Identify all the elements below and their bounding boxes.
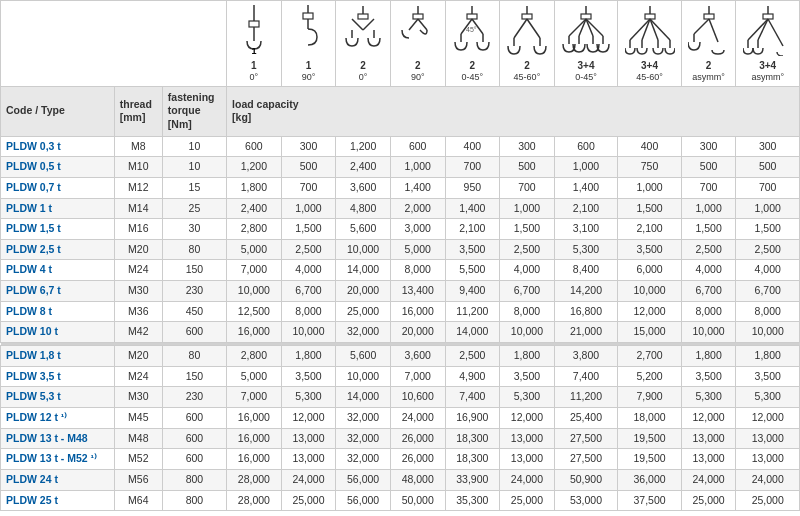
table-cell: M36 <box>114 301 162 322</box>
table-cell: 10,000 <box>618 281 682 302</box>
table-cell: 1,800 <box>227 177 282 198</box>
table-cell: 1,500 <box>618 198 682 219</box>
table-cell: 2,800 <box>227 346 282 367</box>
table-cell: 1,800 <box>281 346 336 367</box>
table-cell: 25,000 <box>681 490 736 511</box>
table-cell: M12 <box>114 177 162 198</box>
table-cell: 25,000 <box>500 490 555 511</box>
table-cell: 18,300 <box>445 428 500 449</box>
table-cell: 16,000 <box>227 428 282 449</box>
table-cell: 16,000 <box>390 301 445 322</box>
table-cell: 1,000 <box>281 198 336 219</box>
table-cell: PLDW 13 t - M52 ¹⁾ <box>1 449 115 470</box>
table-cell: 32,000 <box>336 449 391 470</box>
table-cell: 2,000 <box>390 198 445 219</box>
table-cell: M56 <box>114 469 162 490</box>
svg-line-46 <box>650 19 670 40</box>
table-cell: 35,300 <box>445 490 500 511</box>
table-cell: M30 <box>114 281 162 302</box>
table-cell: 5,600 <box>336 346 391 367</box>
table-cell: 7,000 <box>390 366 445 387</box>
table-cell: 1,400 <box>554 177 618 198</box>
table-cell: 13,400 <box>390 281 445 302</box>
table-cell: 12,000 <box>281 407 336 428</box>
table-cell: 4,800 <box>336 198 391 219</box>
table-cell: 1,400 <box>445 198 500 219</box>
table-cell: 10 <box>162 157 226 178</box>
table-cell: 700 <box>445 157 500 178</box>
svg-line-43 <box>630 19 650 40</box>
table-row: PLDW 0,7 tM12151,8007003,6001,4009507001… <box>1 177 800 198</box>
table-cell: 28,000 <box>227 490 282 511</box>
table-cell: 3,600 <box>390 346 445 367</box>
table-cell: 400 <box>445 136 500 157</box>
table-cell: 300 <box>281 136 336 157</box>
table-cell: 2,400 <box>336 157 391 178</box>
col-thread: thread[mm] <box>114 86 162 136</box>
table-cell: PLDW 2,5 t <box>1 239 115 260</box>
table-row: PLDW 0,5 tM10101,2005002,4001,0007005001… <box>1 157 800 178</box>
svg-line-10 <box>352 19 363 30</box>
svg-text:45°: 45° <box>466 26 477 33</box>
table-cell: 800 <box>162 490 226 511</box>
table-cell: 600 <box>162 407 226 428</box>
table-cell: M8 <box>114 136 162 157</box>
table-cell: 16,800 <box>554 301 618 322</box>
table-row: PLDW 6,7 tM3023010,0006,70020,00013,4009… <box>1 281 800 302</box>
svg-rect-57 <box>763 14 773 19</box>
table-cell: 8,000 <box>281 301 336 322</box>
table-cell: 10,000 <box>336 366 391 387</box>
table-cell: 1,500 <box>681 219 736 240</box>
table-cell: 33,900 <box>445 469 500 490</box>
icon-6: 2 45-60° <box>500 1 555 87</box>
table-cell: 150 <box>162 260 226 281</box>
table-cell: 600 <box>390 136 445 157</box>
table-cell: 21,000 <box>554 322 618 343</box>
table-cell: 36,000 <box>618 469 682 490</box>
icon-9: 2 asymm° <box>681 1 736 87</box>
table-cell: 25 <box>162 198 226 219</box>
table-cell: 10,000 <box>336 239 391 260</box>
svg-rect-15 <box>413 14 423 19</box>
table-cell: M24 <box>114 366 162 387</box>
table-cell: 25,000 <box>281 490 336 511</box>
table-cell: 56,000 <box>336 469 391 490</box>
main-container: 1 0° 1 0° 1 90° <box>0 0 800 511</box>
table-cell: 13,000 <box>500 428 555 449</box>
table-cell: 300 <box>736 136 800 157</box>
table-cell: 2,100 <box>618 219 682 240</box>
table-cell: 10,600 <box>390 387 445 408</box>
svg-line-33 <box>569 19 586 36</box>
table-cell: 6,700 <box>281 281 336 302</box>
table-cell: 3,600 <box>336 177 391 198</box>
svg-line-53 <box>694 19 709 34</box>
table-cell: 5,600 <box>336 219 391 240</box>
table-cell: 50,900 <box>554 469 618 490</box>
table-cell: 16,900 <box>445 407 500 428</box>
table-cell: 1,000 <box>390 157 445 178</box>
table-cell: M45 <box>114 407 162 428</box>
icon-7: 3+4 0-45° <box>554 1 618 87</box>
table-row: PLDW 1,5 tM16302,8001,5005,6003,0002,100… <box>1 219 800 240</box>
table-cell: 11,200 <box>554 387 618 408</box>
svg-text:1: 1 <box>251 46 256 55</box>
empty-header <box>1 1 227 87</box>
table-cell: 1,500 <box>281 219 336 240</box>
table-cell: 32,000 <box>336 407 391 428</box>
table-cell: 27,500 <box>554 449 618 470</box>
table-cell: 750 <box>618 157 682 178</box>
table-cell: 1,500 <box>500 219 555 240</box>
table-cell: 230 <box>162 387 226 408</box>
table-cell: 5,300 <box>281 387 336 408</box>
table-cell: 7,400 <box>445 387 500 408</box>
table-cell: M20 <box>114 346 162 367</box>
table-cell: 80 <box>162 239 226 260</box>
table-cell: 24,000 <box>390 407 445 428</box>
table-cell: 500 <box>500 157 555 178</box>
table-cell: 5,000 <box>227 239 282 260</box>
table-cell: 500 <box>681 157 736 178</box>
table-row: PLDW 5,3 tM302307,0005,30014,00010,6007,… <box>1 387 800 408</box>
table-cell: 14,000 <box>336 387 391 408</box>
table-cell: 27,500 <box>554 428 618 449</box>
table-cell: 25,000 <box>336 301 391 322</box>
